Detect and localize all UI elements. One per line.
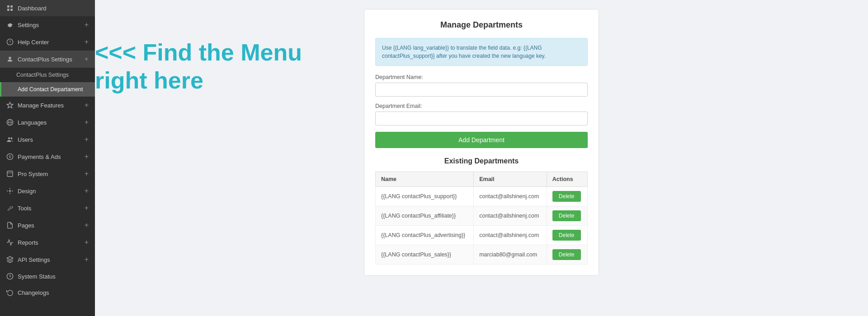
svg-point-11 xyxy=(8,137,10,139)
dept-name-cell: {{LANG contactPlus_sales}} xyxy=(376,245,474,265)
manage-departments-card: Manage Departments Use {{LANG lang_varia… xyxy=(364,9,599,276)
sidebar-item-label: Reports xyxy=(18,239,38,246)
sidebar-item-label: Dashboard xyxy=(18,5,47,12)
sidebar-item-label: Pages xyxy=(18,222,34,229)
sidebar-item-pro-system[interactable]: Pro System + xyxy=(0,165,95,182)
user-icon xyxy=(6,56,14,63)
svg-marker-7 xyxy=(7,102,13,108)
plus-icon: + xyxy=(85,221,89,229)
sidebar-sub-contactplus-settings[interactable]: ContactPlus Settings xyxy=(0,68,95,82)
sidebar-item-reports[interactable]: Reports + xyxy=(0,234,95,251)
dept-email-cell: marciab80@gmail.com xyxy=(474,245,547,265)
sidebar-item-label: Help Center xyxy=(18,39,49,46)
svg-text:$: $ xyxy=(9,154,11,159)
sidebar-item-label: System Status xyxy=(18,273,56,280)
existing-departments-title: Existing Departments xyxy=(375,157,588,165)
plus-icon: + xyxy=(85,21,89,29)
api-icon xyxy=(6,256,14,263)
help-icon: ? xyxy=(6,38,14,46)
plus-icon: + xyxy=(85,187,89,195)
dept-email-cell: contact@allshinenj.com xyxy=(474,206,547,226)
svg-point-17 xyxy=(9,190,11,192)
plus-icon: + xyxy=(85,55,89,63)
svg-rect-3 xyxy=(10,9,13,11)
dept-name-label: Department Name: xyxy=(375,74,588,80)
sidebar-item-label: Design xyxy=(18,188,36,195)
plus-icon: + xyxy=(85,170,89,178)
svg-rect-15 xyxy=(7,171,13,177)
svg-rect-2 xyxy=(7,9,9,11)
sidebar-item-label: Users xyxy=(18,136,33,143)
delete-button[interactable]: Delete xyxy=(552,191,581,202)
plus-icon: + xyxy=(85,38,89,46)
sidebar-item-languages[interactable]: Languages + xyxy=(0,114,95,131)
table-row: {{LANG contactPlus_support}}contact@alls… xyxy=(376,187,588,206)
sidebar-item-changelogs[interactable]: Changelogs xyxy=(0,284,95,301)
sidebar-item-manage-features[interactable]: Manage Features + xyxy=(0,97,95,114)
delete-button[interactable]: Delete xyxy=(552,230,581,241)
sidebar-item-label: API Settings xyxy=(18,256,50,263)
dept-email-label: Department Email: xyxy=(375,103,588,109)
reports-icon xyxy=(6,239,14,246)
design-icon xyxy=(6,187,14,195)
dept-name-cell: {{LANG contactPlus_advertising}} xyxy=(376,226,474,245)
sidebar-item-label: Settings xyxy=(18,22,39,28)
page-title: Manage Departments xyxy=(375,20,588,30)
sidebar-item-api-settings[interactable]: API Settings + xyxy=(0,251,95,268)
add-department-button[interactable]: Add Department xyxy=(375,132,588,148)
plus-icon: + xyxy=(85,238,89,246)
gear-icon xyxy=(6,21,14,28)
dept-actions-cell: Delete xyxy=(547,226,587,245)
dept-email-group: Department Email: xyxy=(375,103,588,125)
sidebar-item-label: Tools xyxy=(18,205,31,212)
sidebar-sub-add-contact-dept[interactable]: Add Contact Departament xyxy=(0,82,95,97)
star-icon xyxy=(6,102,14,109)
sidebar-item-help-center[interactable]: ? Help Center + xyxy=(0,33,95,51)
delete-button[interactable]: Delete xyxy=(552,210,581,221)
delete-button[interactable]: Delete xyxy=(552,249,581,260)
svg-point-6 xyxy=(9,57,11,59)
sidebar-item-settings[interactable]: Settings + xyxy=(0,16,95,33)
sidebar: Dashboard Settings + ? Help Center + Con… xyxy=(0,0,95,316)
info-box: Use {{LANG lang_variable}} to translate … xyxy=(375,38,588,66)
status-icon xyxy=(6,273,14,280)
table-row: {{LANG contactPlus_affiliate}}contact@al… xyxy=(376,206,588,226)
sidebar-item-contactplus[interactable]: ContactPlus Settings + xyxy=(0,51,95,68)
dept-email-cell: contact@allshinenj.com xyxy=(474,226,547,245)
dept-name-input[interactable] xyxy=(375,83,588,97)
sidebar-item-dashboard[interactable]: Dashboard xyxy=(0,0,95,16)
sidebar-item-tools[interactable]: Tools + xyxy=(0,200,95,217)
plus-icon: + xyxy=(85,256,89,264)
plus-icon: + xyxy=(85,204,89,212)
dept-name-group: Department Name: xyxy=(375,74,588,97)
table-header-actions: Actions xyxy=(547,172,587,187)
plus-icon: + xyxy=(85,153,89,161)
dept-actions-cell: Delete xyxy=(547,245,587,265)
sidebar-item-label: ContactPlus Settings xyxy=(18,56,72,63)
main-content: Manage Departments Use {{LANG lang_varia… xyxy=(95,0,868,316)
dept-name-cell: {{LANG contactPlus_affiliate}} xyxy=(376,206,474,226)
sidebar-item-payments-ads[interactable]: $ Payments & Ads + xyxy=(0,148,95,165)
sidebar-item-label: Languages xyxy=(18,119,47,126)
plus-icon: + xyxy=(85,118,89,126)
plus-icon: + xyxy=(85,101,89,109)
sidebar-item-pages[interactable]: Pages + xyxy=(0,217,95,234)
sidebar-item-users[interactable]: Users + xyxy=(0,131,95,148)
table-row: {{LANG contactPlus_sales}}marciab80@gmai… xyxy=(376,245,588,265)
table-header-name: Name xyxy=(376,172,474,187)
sidebar-item-label: Changelogs xyxy=(18,289,49,296)
dept-actions-cell: Delete xyxy=(547,187,587,206)
svg-point-12 xyxy=(10,137,12,139)
svg-rect-0 xyxy=(7,5,9,8)
dollar-icon: $ xyxy=(6,153,14,160)
dept-name-cell: {{LANG contactPlus_support}} xyxy=(376,187,474,206)
users-icon xyxy=(6,136,14,143)
pages-icon xyxy=(6,222,14,229)
sidebar-item-system-status[interactable]: System Status xyxy=(0,268,95,284)
dept-email-cell: contact@allshinenj.com xyxy=(474,187,547,206)
dept-actions-cell: Delete xyxy=(547,206,587,226)
sidebar-item-design[interactable]: Design + xyxy=(0,182,95,200)
dept-email-input[interactable] xyxy=(375,112,588,125)
svg-rect-1 xyxy=(10,5,13,8)
sidebar-item-label: Payments & Ads xyxy=(18,153,61,160)
